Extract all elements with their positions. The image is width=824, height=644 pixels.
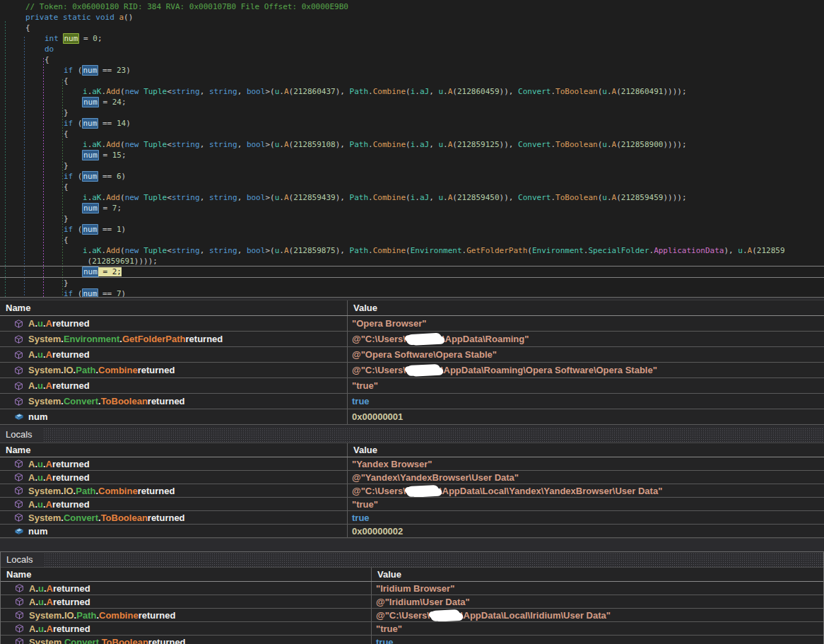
method-return-cube-icon: [14, 381, 24, 391]
locals-row-value: @"Iridium\User Data": [372, 595, 823, 608]
column-header-name[interactable]: Name: [0, 443, 348, 457]
locals-row-value: true: [372, 636, 823, 644]
locals-row[interactable]: A.u.A returned"true": [1, 622, 823, 636]
dnspy-debugger-window: // Token: 0x06000180 RID: 384 RVA: 0x000…: [0, 0, 824, 644]
redaction-scribble: [406, 364, 441, 376]
locals-row-name: A.u.A returned: [1, 582, 372, 595]
code-line[interactable]: i.aK.Add(new Tuple<string, string, bool>…: [0, 245, 824, 256]
locals-row-name: System.Convert.ToBoolean returned: [0, 511, 348, 524]
column-header-value[interactable]: Value: [348, 443, 824, 457]
locals-row-name: System.IO.Path.Combine returned: [0, 363, 348, 377]
locals-row[interactable]: A.u.A returned"Iridium Browser": [1, 582, 823, 595]
locals-row-value: "Yandex Browser": [348, 457, 824, 470]
code-line[interactable]: }: [0, 107, 824, 118]
code-line[interactable]: {: [0, 182, 824, 192]
locals-row[interactable]: System.Convert.ToBoolean returnedtrue: [0, 394, 824, 409]
locals-row-value: "true": [372, 622, 823, 635]
current-statement-line[interactable]: num = 2;: [0, 266, 824, 278]
locals-row-name: num: [0, 525, 348, 537]
code-editor[interactable]: // Token: 0x06000180 RID: 384 RVA: 0x000…: [0, 0, 824, 298]
code-line[interactable]: }: [0, 213, 824, 224]
locals-row-name: A.u.A returned: [1, 622, 372, 635]
locals-row-value: true: [348, 511, 824, 524]
highlighted-symbol-num: num: [82, 150, 99, 160]
panel-title-bar[interactable]: Locals: [0, 427, 824, 443]
code-line[interactable]: i.aK.Add(new Tuple<string, string, bool>…: [0, 86, 824, 97]
code-line[interactable]: if (num == 14): [0, 118, 824, 129]
code-line[interactable]: num = 24;: [0, 97, 824, 107]
locals-row-name: System.IO.Path.Combine returned: [0, 484, 348, 497]
column-header-value[interactable]: Value: [372, 568, 823, 581]
locals-row[interactable]: System.Convert.ToBoolean returnedtrue: [0, 511, 824, 525]
method-return-cube-icon: [14, 397, 24, 406]
locals-row-name: A.u.A returned: [0, 471, 348, 484]
locals-row-name: System.IO.Path.Combine returned: [1, 609, 372, 621]
column-header-name[interactable]: Name: [0, 300, 348, 315]
locals-row[interactable]: A.u.A returned"Opera Browser": [0, 316, 824, 332]
panel-title: Locals: [0, 428, 42, 442]
locals-row[interactable]: A.u.A returned"true": [0, 498, 824, 511]
code-line[interactable]: do: [0, 44, 824, 54]
redaction-scribble: [430, 609, 461, 621]
locals-row[interactable]: num0x00000002: [0, 525, 824, 538]
column-headers: Name Value: [1, 568, 823, 582]
locals-row[interactable]: System.Environment.GetFolderPath returne…: [0, 332, 824, 347]
code-line[interactable]: if (num == 23): [0, 65, 824, 76]
locals-row[interactable]: A.u.A returned@"Opera Software\Opera Sta…: [0, 347, 824, 363]
definition-symbol-num: num: [63, 33, 80, 44]
locals-row-value: "Opera Browser": [348, 316, 824, 331]
highlighted-symbol-num: num: [82, 171, 99, 182]
code-line[interactable]: int num = 0;: [0, 33, 824, 44]
code-line[interactable]: i.aK.Add(new Tuple<string, string, bool>…: [0, 139, 824, 150]
locals-row-value: @"Opera Software\Opera Stable": [348, 347, 824, 362]
code-line[interactable]: if (num == 7): [0, 288, 824, 298]
locals-row-name: A.u.A returned: [0, 378, 348, 393]
locals-row[interactable]: A.u.A returned"true": [0, 378, 824, 394]
code-line[interactable]: if (num == 6): [0, 171, 824, 182]
method-return-cube-icon: [15, 623, 25, 633]
code-line[interactable]: num = 7;: [0, 203, 824, 213]
panel-gap: [0, 539, 824, 551]
locals-row[interactable]: System.Convert.ToBoolean returnedtrue: [1, 636, 823, 644]
code-line[interactable]: // Token: 0x06000180 RID: 384 RVA: 0x000…: [0, 1, 824, 12]
highlighted-symbol-num: num: [82, 203, 99, 213]
locals-row[interactable]: A.u.A returned@"Yandex\YandexBrowser\Use…: [0, 471, 824, 484]
code-line[interactable]: {: [0, 129, 824, 139]
highlighted-symbol-num: num: [82, 224, 99, 235]
method-return-cube-icon: [14, 365, 24, 375]
code-line[interactable]: {: [0, 235, 824, 245]
locals-row[interactable]: A.u.A returned@"Iridium\User Data": [1, 595, 823, 609]
current-statement-highlight: = 2;: [98, 267, 122, 276]
code-line[interactable]: num = 15;: [0, 150, 824, 160]
code-line[interactable]: }: [0, 160, 824, 171]
locals-panel-1: Name Value A.u.A returned"Opera Browser"…: [0, 300, 824, 425]
locals-row-value: "true": [348, 378, 824, 393]
code-line[interactable]: private static void a(): [0, 12, 824, 23]
method-return-cube-icon: [15, 637, 25, 644]
column-header-value[interactable]: Value: [348, 300, 824, 315]
locals-row[interactable]: System.IO.Path.Combine returned@"C:\User…: [1, 609, 823, 622]
locals-row[interactable]: System.IO.Path.Combine returned@"C:\User…: [0, 363, 824, 378]
method-return-cube-icon: [14, 486, 24, 496]
column-header-name[interactable]: Name: [1, 568, 372, 581]
method-return-cube-icon: [15, 610, 25, 620]
locals-row[interactable]: A.u.A returned"Yandex Browser": [0, 457, 824, 471]
locals-panel-2: Locals Name Value A.u.A returned"Yandex …: [0, 427, 824, 539]
code-line[interactable]: if (num == 1): [0, 224, 824, 235]
code-line[interactable]: }: [0, 278, 824, 288]
locals-row-value: 0x00000001: [348, 409, 824, 424]
method-return-cube-icon: [15, 583, 25, 593]
code-line[interactable]: (212859691))));: [0, 256, 824, 267]
panel-title-bar[interactable]: Locals: [1, 552, 823, 568]
code-line[interactable]: i.aK.Add(new Tuple<string, string, bool>…: [0, 192, 824, 203]
locals-row-value: @"C:\Users\\AppData\Local\Yandex\YandexB…: [348, 484, 824, 497]
locals-row[interactable]: System.IO.Path.Combine returned@"C:\User…: [0, 484, 824, 498]
code-line[interactable]: {: [0, 23, 824, 33]
locals-row[interactable]: num0x00000001: [0, 409, 824, 425]
redaction-scribble: [406, 333, 442, 346]
code-line[interactable]: {: [0, 54, 824, 65]
locals-panel-3: Locals Name Value A.u.A returned"Iridium…: [0, 551, 824, 644]
column-headers: Name Value: [0, 443, 824, 457]
locals-row-name: A.u.A returned: [1, 595, 372, 608]
code-line[interactable]: {: [0, 76, 824, 86]
